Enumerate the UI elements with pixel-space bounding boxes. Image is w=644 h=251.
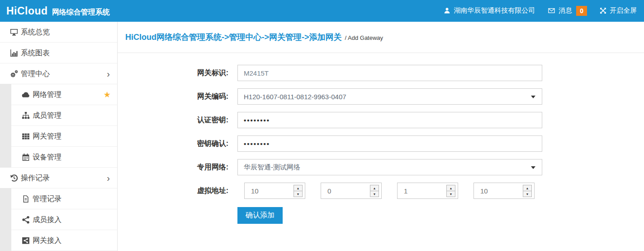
number-spinner: ▲ ▼ [294, 185, 303, 197]
virtual-address-octet-4[interactable]: 10 ▲ ▼ [474, 183, 535, 199]
gears-icon [10, 70, 18, 78]
sidebar-item-admin-center[interactable]: 管理中心 › [0, 63, 117, 84]
sidebar-item-label: 设备管理 [33, 154, 62, 161]
sidebar-item-label: 网关接入 [33, 237, 62, 244]
auth-key-password-input[interactable] [237, 112, 542, 128]
form-row-private-network: 专用网络: 华辰智通-测试网络 [118, 159, 644, 175]
sidebar-item-label: 网关管理 [33, 133, 62, 140]
sidebar-item-label: 管理中心 [21, 70, 50, 77]
sidebar-item-label: 网络管理 [33, 91, 62, 98]
octet-value: 0 [327, 187, 331, 195]
number-spinner: ▲ ▼ [523, 185, 532, 197]
caret-down-icon [531, 166, 535, 169]
sidebar-item-member-management[interactable]: 成员管理 [0, 105, 117, 126]
caret-down-icon [531, 96, 535, 98]
virtual-address-group: 10 ▲ ▼ 0 ▲ ▼ 1 ▲ [237, 183, 535, 199]
sidebar-item-device-management[interactable]: 设备管理 [0, 147, 117, 168]
gateway-id-input[interactable] [237, 65, 542, 81]
main-content: HiCloud网络综合管理系统->管理中心->网关管理->添加网关 / Add … [118, 22, 644, 251]
gateway-code-select[interactable]: H120-1607-0811-0812-9963-0407 [237, 88, 542, 105]
private-network-select[interactable]: 华辰智通-测试网络 [237, 159, 542, 175]
spinner-up-button[interactable]: ▲ [523, 185, 531, 191]
sidebar-item-gateway-access[interactable]: 网关接入 [0, 230, 117, 251]
octet-value: 10 [251, 187, 259, 195]
spinner-down-button[interactable]: ▼ [523, 191, 531, 197]
virtual-address-label: 虚拟地址: [118, 186, 237, 196]
bar-chart-icon [10, 49, 18, 57]
private-network-label: 专用网络: [118, 163, 237, 172]
number-spinner: ▲ ▼ [446, 185, 455, 197]
octet-value: 1 [404, 187, 407, 195]
messages-count-badge: 0 [576, 6, 587, 16]
sidebar-item-member-access[interactable]: 成员接入 [0, 209, 117, 230]
form-row-gateway-code: 网关编码: H120-1607-0811-0812-9963-0407 [118, 88, 644, 105]
gateway-id-label: 网关标识: [118, 68, 237, 78]
logo-text-bold: HiCloud [6, 5, 48, 17]
sidebar-item-label: 操作记录 [21, 174, 50, 182]
sidebar-item-label: 成员管理 [33, 112, 62, 119]
top-header-bar: HiCloud 网络综合管理系统 湖南华辰智通科技有限公司 消息 0 开启全屏 [0, 0, 644, 22]
breadcrumb: HiCloud网络综合管理系统->管理中心->网关管理->添加网关 [125, 32, 342, 43]
octet-value: 10 [480, 187, 488, 195]
desktop-icon [10, 28, 18, 36]
cloud-icon [22, 91, 30, 99]
sidebar-item-label: 成员接入 [33, 216, 62, 223]
breadcrumb-suffix: / Add Gateway [345, 33, 384, 41]
logo-text-rest: 网络综合管理系统 [52, 8, 110, 17]
form-actions: 确认添加 [237, 207, 644, 224]
sidebar-item-system-overview[interactable]: 系统总览 [0, 22, 117, 43]
number-spinner: ▲ ▼ [370, 185, 379, 197]
sitemap-icon [22, 111, 30, 120]
gateway-code-selected-value: H120-1607-0811-0812-9963-0407 [244, 93, 346, 101]
sidebar-item-operation-records[interactable]: 操作记录 › [0, 168, 117, 188]
spinner-up-button[interactable]: ▲ [370, 185, 379, 191]
virtual-address-octet-2[interactable]: 0 ▲ ▼ [321, 183, 382, 199]
spinner-up-button[interactable]: ▲ [294, 185, 302, 191]
envelope-icon [548, 7, 555, 14]
chevron-right-icon: › [107, 69, 110, 78]
spinner-down-button[interactable]: ▼ [370, 191, 379, 197]
user-icon [444, 7, 450, 14]
add-gateway-form: 网关标识: 网关编码: H120-1607-0811-0812-9963-040… [118, 53, 644, 224]
virtual-address-octet-1[interactable]: 10 ▲ ▼ [244, 183, 305, 199]
app-logo[interactable]: HiCloud 网络综合管理系统 [6, 5, 110, 17]
document-icon [22, 195, 30, 203]
messages-label: 消息 [559, 6, 572, 15]
form-row-auth-key: 认证密钥: [118, 112, 644, 128]
company-name: 湖南华辰智通科技有限公司 [454, 6, 535, 15]
confirm-add-button[interactable]: 确认添加 [237, 207, 283, 224]
sidebar-item-system-charts[interactable]: 系统图表 [0, 43, 117, 63]
share-square-icon [22, 237, 30, 245]
form-row-virtual-address: 虚拟地址: 10 ▲ ▼ 0 ▲ ▼ 1 [118, 183, 644, 199]
chevron-right-icon: › [107, 174, 110, 183]
page-header: HiCloud网络综合管理系统->管理中心->网关管理->添加网关 / Add … [118, 22, 644, 53]
gateway-code-label: 网关编码: [118, 92, 237, 101]
favorite-star-icon[interactable]: ★ [104, 91, 111, 99]
sidebar-item-label: 系统总览 [21, 29, 50, 36]
fullscreen-icon [600, 7, 606, 14]
grid-icon [22, 132, 30, 140]
spinner-up-button[interactable]: ▲ [447, 185, 455, 191]
sidebar-item-admin-records[interactable]: 管理记录 [0, 188, 117, 209]
calendar-icon [22, 153, 30, 161]
key-confirm-password-input[interactable] [237, 135, 542, 152]
sidebar-item-gateway-management[interactable]: 网关管理 [0, 126, 117, 147]
share-icon [22, 216, 30, 224]
spinner-down-button[interactable]: ▼ [447, 191, 455, 197]
private-network-selected-value: 华辰智通-测试网络 [244, 163, 300, 172]
auth-key-label: 认证密钥: [118, 116, 237, 125]
company-account-menu[interactable]: 湖南华辰智通科技有限公司 [444, 6, 535, 15]
virtual-address-octet-3[interactable]: 1 ▲ ▼ [397, 183, 458, 199]
sidebar-item-label: 管理记录 [33, 195, 62, 203]
key-confirm-label: 密钥确认: [118, 139, 237, 149]
history-icon [10, 174, 18, 182]
form-row-gateway-id: 网关标识: [118, 65, 644, 81]
form-row-key-confirm: 密钥确认: [118, 135, 644, 152]
fullscreen-toggle[interactable]: 开启全屏 [600, 6, 637, 15]
fullscreen-label: 开启全屏 [610, 6, 637, 15]
sidebar-item-network-management[interactable]: 网络管理 ★ [0, 84, 117, 105]
messages-menu[interactable]: 消息 0 [548, 6, 587, 16]
sidebar-item-label: 系统图表 [21, 49, 50, 57]
topbar-right-group: 湖南华辰智通科技有限公司 消息 0 开启全屏 [444, 6, 638, 16]
spinner-down-button[interactable]: ▼ [294, 191, 302, 197]
